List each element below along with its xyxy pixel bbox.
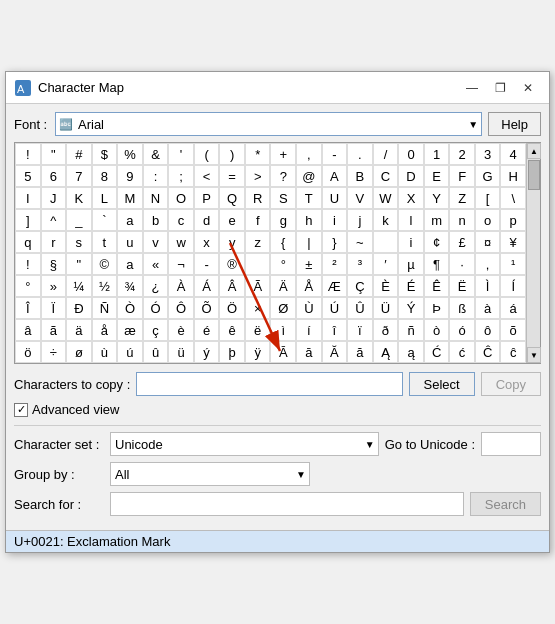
select-button[interactable]: Select <box>409 372 475 396</box>
char-cell[interactable]: 9 <box>117 165 143 187</box>
char-cell[interactable]: ¾ <box>117 275 143 297</box>
char-cell[interactable]: O <box>168 187 194 209</box>
char-cell[interactable]: 8 <box>92 165 118 187</box>
char-cell[interactable]: ó <box>449 319 475 341</box>
char-cell[interactable]: u <box>117 231 143 253</box>
char-cell[interactable]: ¢ <box>424 231 450 253</box>
char-cell[interactable]: ¤ <box>475 231 501 253</box>
char-cell[interactable]: 1 <box>424 143 450 165</box>
char-cell[interactable]: ò <box>424 319 450 341</box>
char-cell[interactable]: x <box>194 231 220 253</box>
char-cell[interactable]: H <box>500 165 526 187</box>
char-cell[interactable]: o <box>475 209 501 231</box>
char-cell[interactable]: ÿ <box>245 341 271 363</box>
char-cell[interactable]: F <box>449 165 475 187</box>
char-cell[interactable]: Y <box>424 187 450 209</box>
char-cell[interactable]: & <box>143 143 169 165</box>
char-cell[interactable]: [ <box>475 187 501 209</box>
char-cell[interactable]: é <box>194 319 220 341</box>
char-cell[interactable]: m <box>424 209 450 231</box>
char-cell[interactable]: ü <box>168 341 194 363</box>
char-cell[interactable]: ' <box>168 143 194 165</box>
char-cell[interactable]: r <box>41 231 67 253</box>
char-cell[interactable]: d <box>194 209 220 231</box>
char-cell[interactable]: Z <box>449 187 475 209</box>
char-cell[interactable] <box>373 231 399 253</box>
char-cell[interactable]: È <box>373 275 399 297</box>
char-cell[interactable]: z <box>245 231 271 253</box>
char-cell[interactable]: · <box>449 253 475 275</box>
char-cell[interactable]: ? <box>270 165 296 187</box>
scroll-thumb[interactable] <box>528 160 540 190</box>
char-cell[interactable]: â <box>15 319 41 341</box>
char-cell[interactable]: Ö <box>219 297 245 319</box>
close-button[interactable]: ✕ <box>515 78 541 98</box>
char-cell[interactable]: C <box>373 165 399 187</box>
char-cell[interactable]: Ú <box>322 297 348 319</box>
char-cell[interactable]: L <box>92 187 118 209</box>
char-cell[interactable]: å <box>92 319 118 341</box>
char-cell[interactable]: ø <box>66 341 92 363</box>
char-cell[interactable]: T <box>296 187 322 209</box>
char-cell[interactable]: ¬ <box>168 253 194 275</box>
char-cell[interactable]: v <box>143 231 169 253</box>
char-cell[interactable]: ā <box>296 341 322 363</box>
char-cell[interactable]: g <box>270 209 296 231</box>
char-cell[interactable]: » <box>41 275 67 297</box>
char-cell[interactable]: ý <box>194 341 220 363</box>
char-cell[interactable]: Ï <box>41 297 67 319</box>
char-cell[interactable]: Ð <box>66 297 92 319</box>
char-cell[interactable]: ç <box>143 319 169 341</box>
char-cell[interactable]: : <box>143 165 169 187</box>
char-cell[interactable]: c <box>168 209 194 231</box>
font-select[interactable]: Arial Times New Roman Courier New <box>55 112 482 136</box>
char-cell[interactable]: # <box>66 143 92 165</box>
char-cell[interactable]: Ã <box>245 275 271 297</box>
char-cell[interactable]: V <box>347 187 373 209</box>
char-cell[interactable]: B <box>347 165 373 187</box>
char-cell[interactable]: X <box>398 187 424 209</box>
char-cell[interactable]: ` <box>92 209 118 231</box>
char-cell[interactable]: N <box>143 187 169 209</box>
char-cell[interactable]: Û <box>347 297 373 319</box>
char-cell[interactable]: ° <box>15 275 41 297</box>
help-button[interactable]: Help <box>488 112 541 136</box>
char-cell[interactable]: - <box>194 253 220 275</box>
char-cell[interactable]: Â <box>219 275 245 297</box>
char-cell[interactable]: 6 <box>41 165 67 187</box>
char-cell[interactable]: % <box>117 143 143 165</box>
char-cell[interactable]: Ć <box>424 341 450 363</box>
char-cell[interactable]: Î <box>15 297 41 319</box>
char-cell[interactable]: ê <box>219 319 245 341</box>
char-cell[interactable]: Ý <box>398 297 424 319</box>
char-cell[interactable]: } <box>322 231 348 253</box>
char-cell[interactable]: ¼ <box>66 275 92 297</box>
char-cell[interactable]: ′ <box>373 253 399 275</box>
char-cell[interactable]: è <box>168 319 194 341</box>
char-cell[interactable]: S <box>270 187 296 209</box>
goto-unicode-input[interactable] <box>481 432 541 456</box>
char-cell[interactable]: ô <box>475 319 501 341</box>
char-cell[interactable]: ¹ <box>500 253 526 275</box>
char-cell[interactable]: a <box>117 253 143 275</box>
char-cell[interactable]: . <box>347 143 373 165</box>
char-cell[interactable]: ì <box>270 319 296 341</box>
search-input[interactable] <box>110 492 464 516</box>
char-cell[interactable]: Á <box>194 275 220 297</box>
char-cell[interactable]: A <box>322 165 348 187</box>
char-cell[interactable]: Æ <box>322 275 348 297</box>
char-cell[interactable]: ! <box>15 253 41 275</box>
char-cell[interactable]: * <box>245 143 271 165</box>
advanced-view-checkbox-wrapper[interactable]: ✓ Advanced view <box>14 402 119 417</box>
copy-button[interactable]: Copy <box>481 372 541 396</box>
char-cell[interactable]: U <box>322 187 348 209</box>
char-cell[interactable]: Ñ <box>92 297 118 319</box>
restore-button[interactable]: ❐ <box>487 78 513 98</box>
char-cell[interactable]: Q <box>219 187 245 209</box>
char-cell[interactable]: « <box>143 253 169 275</box>
char-cell[interactable]: s <box>66 231 92 253</box>
char-cell[interactable]: ® <box>219 253 245 275</box>
char-cell[interactable]: í <box>296 319 322 341</box>
char-cell[interactable]: | <box>296 231 322 253</box>
char-cell[interactable]: 4 <box>500 143 526 165</box>
